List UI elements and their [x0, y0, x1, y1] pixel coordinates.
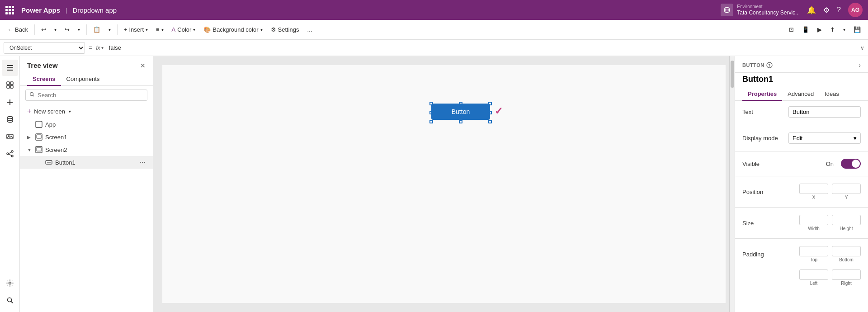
avatar[interactable]: AG — [848, 3, 863, 17]
padding-top-input[interactable]: 5 — [799, 246, 828, 256]
save-button[interactable]: 💾 — [850, 24, 864, 35]
data-sidebar-button[interactable] — [2, 111, 18, 128]
props-tab-ideas[interactable]: Ideas — [819, 88, 844, 101]
insert-sidebar-button[interactable] — [2, 94, 18, 110]
svg-point-23 — [30, 93, 33, 96]
property-selector[interactable]: OnSelect — [4, 42, 85, 54]
components-sidebar-button[interactable] — [2, 77, 18, 93]
tree-item-screen1[interactable]: ▶ Screen1 ··· — [20, 131, 153, 143]
undo-button[interactable]: ↩ — [38, 24, 50, 35]
svg-line-19 — [9, 154, 11, 156]
tree-view-title: Tree view — [27, 61, 58, 69]
display-mode-select[interactable]: Edit ▾ — [788, 132, 861, 144]
checkmark-icon: ✓ — [495, 105, 503, 117]
tree-tab-components[interactable]: Components — [61, 73, 105, 86]
settings-nav-icon[interactable]: ⚙ — [823, 6, 830, 14]
more-button[interactable]: ... — [304, 24, 316, 35]
app-launcher[interactable] — [5, 6, 18, 14]
back-button[interactable]: ← Back — [4, 24, 32, 35]
props-tab-properties[interactable]: Properties — [742, 88, 782, 101]
format-icon: ≡ — [156, 26, 160, 33]
svg-point-12 — [7, 117, 13, 119]
formula-input[interactable] — [105, 44, 859, 51]
props-tabs: Properties Advanced Ideas — [735, 88, 868, 101]
props-panel-expand-button[interactable]: › — [859, 61, 861, 69]
device-preview-button[interactable]: 📱 — [798, 24, 813, 35]
settings-button[interactable]: ⚙ Settings — [267, 24, 303, 35]
tree-item-screen1-label: Screen1 — [45, 134, 67, 141]
size-width-input[interactable]: 160 — [799, 215, 828, 225]
visible-toggle[interactable] — [841, 159, 861, 169]
publish-dropdown-button[interactable]: ▾ — [840, 25, 849, 34]
treeview-sidebar-button[interactable] — [2, 60, 18, 76]
svg-point-20 — [9, 282, 11, 284]
format-button[interactable]: ≡ ▾ — [152, 24, 167, 35]
grid-icon — [5, 6, 14, 14]
prop-divider-1 — [735, 125, 868, 125]
notifications-icon[interactable]: 🔔 — [807, 6, 816, 14]
canvas-button[interactable]: Button — [431, 104, 490, 120]
prop-divider-2 — [735, 151, 868, 151]
svg-line-18 — [9, 152, 11, 154]
settings-sidebar-button[interactable] — [2, 275, 18, 291]
type-help-icon[interactable]: ? — [766, 62, 773, 68]
padding-top-label: Top — [810, 257, 817, 262]
search-input[interactable] — [38, 92, 143, 99]
canvas-area[interactable]: Button ✓ — [153, 56, 735, 312]
new-screen-button[interactable]: + New screen ▾ — [20, 104, 153, 118]
play-button[interactable]: ▶ — [814, 24, 826, 35]
connections-sidebar-button[interactable] — [2, 146, 18, 162]
undo-chevron-icon: ▾ — [54, 27, 57, 32]
visible-row: Visible On — [742, 159, 861, 169]
help-icon[interactable]: ? — [837, 6, 841, 14]
size-wh: 160 Width 40 Height — [788, 215, 861, 231]
redo-dropdown-button[interactable]: ▾ — [74, 25, 84, 34]
tree-item-screen2[interactable]: ▼ Screen2 ··· — [20, 143, 153, 156]
toolbar-divider-2 — [86, 24, 87, 35]
display-mode-row: Display mode Edit ▾ — [742, 132, 861, 144]
height-label: Height — [840, 226, 853, 231]
canvas-scrollbar[interactable] — [729, 56, 735, 312]
handle-br[interactable] — [488, 120, 492, 123]
color-button[interactable]: A Color ▾ — [168, 24, 199, 35]
visible-toggle-thumb — [852, 160, 860, 168]
padding-left-input[interactable]: 5 — [799, 269, 828, 280]
publish-button[interactable]: ⬆ — [826, 24, 839, 35]
svg-point-17 — [11, 155, 13, 157]
tree-view-close-button[interactable]: ✕ — [140, 62, 146, 69]
redo-button[interactable]: ↪ — [61, 24, 73, 35]
size-height-input[interactable]: 40 — [832, 215, 861, 225]
padding-right-input[interactable]: 5 — [832, 269, 861, 280]
insert-button[interactable]: + Insert ▾ — [120, 24, 151, 35]
text-label: Text — [742, 109, 788, 115]
undo-dropdown-button[interactable]: ▾ — [51, 25, 60, 34]
handle-bl[interactable] — [429, 120, 433, 123]
equals-sign: = — [89, 44, 92, 52]
clipboard-button[interactable]: 📋 — [90, 24, 104, 35]
handle-bc[interactable] — [459, 120, 462, 123]
publish-chevron-icon: ▾ — [843, 27, 845, 32]
position-y-input[interactable]: 104 — [832, 184, 861, 194]
save-icon: 💾 — [854, 26, 861, 33]
padding-bottom-input[interactable]: 5 — [832, 246, 861, 256]
position-x-input[interactable]: 740 — [799, 184, 828, 194]
toolbar: ← Back ↩ ▾ ↪ ▾ 📋 ▾ + Insert ▾ ≡ ▾ A Colo… — [0, 20, 868, 40]
text-input[interactable] — [788, 106, 861, 118]
media-sidebar-button[interactable] — [2, 128, 18, 145]
top-nav-bar: Power Apps | Dropdown app Environment Ta… — [0, 0, 868, 20]
background-color-button[interactable]: 🎨 Background color ▾ — [200, 24, 266, 35]
formula-expand-icon[interactable]: ∨ — [860, 45, 864, 51]
search-sidebar-button[interactable] — [2, 292, 18, 308]
position-x-field: 740 X — [799, 184, 828, 200]
preview-app-button[interactable]: ⊡ — [785, 24, 797, 35]
svg-rect-8 — [7, 85, 9, 88]
clipboard-dropdown-button[interactable]: ▾ — [105, 25, 114, 34]
width-label: Width — [808, 226, 820, 231]
button1-more-button[interactable]: ··· — [140, 158, 146, 166]
tree-item-app[interactable]: App ··· — [20, 118, 153, 131]
props-tab-advanced[interactable]: Advanced — [782, 88, 819, 101]
tree-item-button1[interactable]: Button1 ··· — [20, 156, 153, 169]
fx-label[interactable]: fx ▾ — [96, 45, 103, 51]
tree-tab-screens[interactable]: Screens — [27, 73, 61, 86]
canvas-screen[interactable]: Button ✓ — [162, 65, 726, 303]
